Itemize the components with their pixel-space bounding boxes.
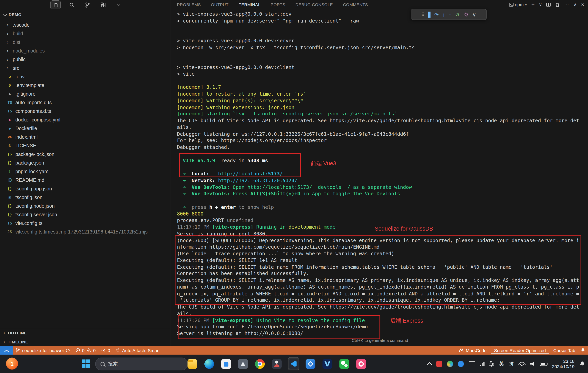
tree-file-components.d.ts[interactable]: TScomponents.d.ts bbox=[0, 107, 171, 115]
explorer-section-header[interactable]: DEMO bbox=[0, 10, 171, 20]
taskbar-app-app-v[interactable] bbox=[322, 357, 333, 370]
taskbar-search[interactable]: 搜索 bbox=[95, 358, 188, 370]
taskbar-app-store[interactable] bbox=[220, 357, 232, 370]
panel-more-actions-button[interactable]: ⋯ bbox=[564, 2, 569, 7]
panel-tab-debug-console[interactable]: DEBUG CONSOLE bbox=[295, 0, 333, 9]
tree-file-package-lock.json[interactable]: {}package-lock.json bbox=[0, 150, 171, 158]
terminal-launch-chevron[interactable]: ∨ bbox=[539, 2, 542, 7]
tree-file-LICENSE[interactable]: ©LICENSE bbox=[0, 141, 171, 150]
panel-tab-ports[interactable]: PORTS bbox=[271, 0, 285, 9]
explorer-icon[interactable] bbox=[50, 0, 61, 10]
tree-folder-build[interactable]: ›build bbox=[0, 29, 171, 38]
ime-language-indicator[interactable]: 英 bbox=[499, 361, 504, 367]
wifi-icon[interactable] bbox=[519, 362, 525, 366]
tree-file-tsconfig.server.json[interactable]: {}tsconfig.server.json bbox=[0, 210, 171, 219]
source-control-icon[interactable] bbox=[83, 1, 92, 9]
step-over-button[interactable]: ↷ bbox=[434, 12, 439, 17]
debug-session-chevron-icon[interactable]: ∨ bbox=[472, 12, 476, 17]
tree-file-Dockerfile[interactable]: ◆Dockerfile bbox=[0, 124, 171, 133]
tree-file-.gitignore[interactable]: ◆.gitignore bbox=[0, 90, 171, 98]
tray-mixer-icon[interactable] bbox=[489, 362, 494, 366]
more-views-chevron-icon[interactable] bbox=[114, 1, 124, 9]
taskbar-app-file-explorer[interactable] bbox=[187, 357, 198, 370]
tree-file-.env.template[interactable]: $.env.template bbox=[0, 81, 171, 90]
disconnect-button[interactable] bbox=[463, 12, 469, 17]
tree-file-tsconfig.node.json[interactable]: {}tsconfig.node.json bbox=[0, 202, 171, 210]
start-button[interactable] bbox=[82, 360, 90, 368]
marscode-status[interactable]: MarsCode bbox=[456, 346, 489, 355]
search-icon[interactable] bbox=[67, 1, 77, 9]
volume-icon[interactable] bbox=[530, 362, 535, 366]
taskbar-app-app-pink[interactable] bbox=[356, 357, 367, 370]
terminal-output[interactable]: > vite-express-vue3-app@0.0.0 start:dev>… bbox=[171, 9, 588, 337]
ports-status[interactable]: 0 bbox=[98, 346, 113, 355]
drag-handle-icon[interactable]: ⠿ bbox=[421, 12, 425, 17]
tree-folder-.vscode[interactable]: ›.vscode bbox=[0, 21, 171, 29]
tree-file-tsconfig.json[interactable]: ▣tsconfig.json bbox=[0, 193, 171, 202]
tree-file-auto-imports.d.ts[interactable]: TSauto-imports.d.ts bbox=[0, 98, 171, 107]
tray-display-icon[interactable] bbox=[469, 361, 475, 366]
auto-attach-status[interactable]: Auto Attach: Smart bbox=[113, 346, 162, 355]
battery-icon[interactable] bbox=[540, 362, 547, 366]
tree-file-pnpm-lock.yaml[interactable]: !pnpm-lock.yaml bbox=[0, 167, 171, 176]
tree-item-label: tsconfig.server.json bbox=[15, 212, 57, 218]
problems-status[interactable]: 0 0 bbox=[73, 346, 98, 355]
tree-file-docker-compose.yml[interactable]: ◆docker-compose.yml bbox=[0, 115, 171, 124]
remote-indicator[interactable]: >< bbox=[0, 346, 13, 355]
cursor-tab-status[interactable]: Cursor Tab bbox=[551, 346, 578, 355]
timeline-section-header[interactable]: › TIMELINE bbox=[0, 337, 171, 346]
kill-terminal-button[interactable] bbox=[555, 2, 560, 7]
ime-pinyin-indicator[interactable]: 拼 bbox=[509, 361, 514, 367]
tree-folder-src[interactable]: ›src bbox=[0, 64, 171, 72]
taskbar-app-photos[interactable] bbox=[305, 357, 316, 370]
split-terminal-button[interactable] bbox=[546, 2, 551, 7]
screen-reader-status[interactable]: Screen Reader Optimized bbox=[491, 347, 549, 354]
terminal-line: Server is listening at http://0.0.0.0:80… bbox=[177, 330, 588, 337]
notification-center-bell[interactable] bbox=[579, 361, 585, 367]
close-panel-button[interactable]: × bbox=[581, 2, 584, 7]
tray-performance-icon[interactable] bbox=[480, 362, 484, 366]
extensions-icon[interactable] bbox=[98, 1, 108, 9]
panel-tab-output[interactable]: OUTPUT bbox=[211, 0, 229, 9]
step-into-button[interactable]: ↓ bbox=[442, 12, 445, 17]
sync-icon bbox=[65, 348, 70, 352]
taskbar-app-contacts[interactable] bbox=[271, 357, 282, 370]
taskbar-app-edge[interactable] bbox=[204, 357, 215, 370]
tree-file-vite.config.ts[interactable]: TSvite.config.ts bbox=[0, 219, 171, 228]
search-placeholder: 搜索 bbox=[108, 361, 118, 367]
tray-app-color-icon[interactable] bbox=[447, 361, 453, 367]
terminal-profile-button[interactable]: npm ∨ bbox=[509, 2, 527, 7]
taskbar-app-chrome[interactable] bbox=[254, 357, 265, 370]
step-out-button[interactable]: ↑ bbox=[449, 12, 452, 17]
tree-file-index.html[interactable]: <>index.html bbox=[0, 133, 171, 141]
panel-tab-problems[interactable]: PROBLEMS bbox=[177, 0, 201, 9]
maximize-panel-button[interactable]: ∧ bbox=[574, 2, 577, 7]
notifications-bell[interactable] bbox=[578, 346, 588, 355]
new-terminal-button[interactable]: + bbox=[531, 2, 535, 7]
tree-file-package.json[interactable]: {}package.json bbox=[0, 158, 171, 167]
notification-badge[interactable]: 1 bbox=[6, 358, 18, 370]
restart-button[interactable]: ↺ bbox=[455, 12, 459, 17]
panel-tab-terminal[interactable]: TERMINAL bbox=[239, 0, 261, 9]
outline-section-header[interactable]: › OUTLINE bbox=[0, 328, 171, 337]
file-type-icon: ⓘ bbox=[7, 177, 13, 183]
taskbar-app-app-gray[interactable] bbox=[237, 357, 249, 370]
file-type-icon: ▣ bbox=[7, 195, 13, 199]
tree-folder-node_modules[interactable]: ›node_modules bbox=[0, 46, 171, 55]
taskbar-app-vscode[interactable] bbox=[288, 357, 299, 370]
tray-app-blue-icon[interactable] bbox=[458, 361, 464, 367]
git-branch-status[interactable]: sequelize-for-huawei bbox=[13, 346, 73, 355]
hidden-icons-chevron[interactable] bbox=[428, 362, 431, 366]
panel-tab-comments[interactable]: COMMENTS bbox=[343, 0, 368, 9]
taskbar-app-wechat[interactable] bbox=[339, 357, 350, 370]
tree-file-tsconfig.app.json[interactable]: {}tsconfig.app.json bbox=[0, 184, 171, 193]
tray-app-red-icon[interactable] bbox=[436, 361, 442, 367]
bottom-panel: PROBLEMSOUTPUTTERMINALPORTSDEBUG CONSOLE… bbox=[171, 0, 588, 346]
tree-file-vite.config.ts.timestamp-1729312139196-b441571092f52.mjs[interactable]: JSvite.config.ts.timestamp-1729312139196… bbox=[0, 228, 171, 236]
taskbar-clock[interactable]: 23:18 2024/10/19 bbox=[552, 359, 575, 369]
tree-folder-dist[interactable]: ›dist bbox=[0, 38, 171, 46]
tree-folder-public[interactable]: ›public bbox=[0, 55, 171, 64]
tree-file-README.md[interactable]: ⓘREADME.md bbox=[0, 176, 171, 184]
tree-file-.env[interactable]: ⚙.env bbox=[0, 72, 171, 81]
pause-button[interactable] bbox=[428, 12, 430, 17]
